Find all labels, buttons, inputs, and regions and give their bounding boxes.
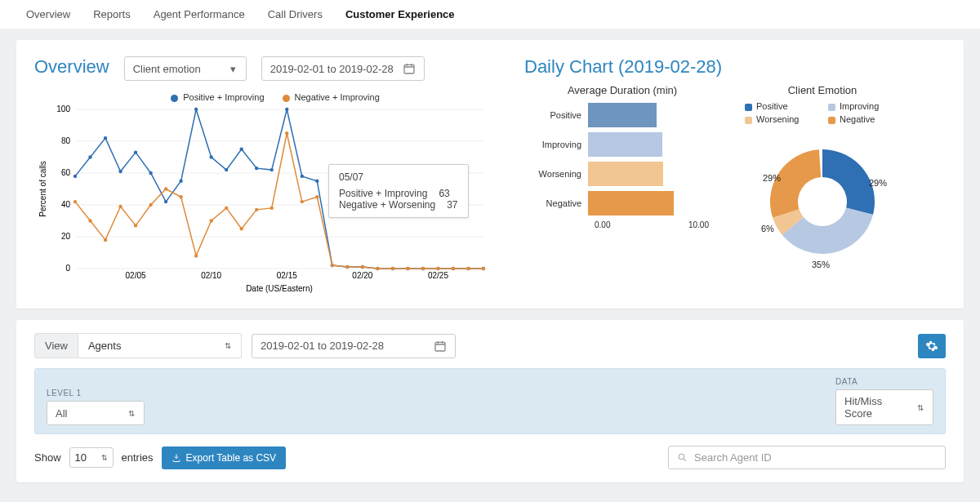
svg-point-50 (104, 238, 107, 242)
svg-point-22 (104, 136, 107, 140)
bar-chart-title: Average Duration (min) (524, 84, 720, 96)
view-select-value: Agents (88, 340, 121, 352)
overview-panel: Overview Client emotion ▾ 2019-02-01 to … (16, 40, 964, 309)
tooltip-pos-label: Positive + Improving (339, 188, 427, 199)
svg-point-67 (361, 265, 364, 269)
donut-legend-neg: Negative (840, 114, 875, 124)
level1-select[interactable]: All ⇅ (47, 401, 145, 425)
svg-text:100: 100 (56, 105, 70, 113)
table-panel: View Agents ⇅ 2019-02-01 to 2019-02-28 L… (16, 320, 964, 482)
svg-point-34 (285, 108, 288, 111)
svg-point-60 (255, 208, 258, 211)
gear-icon (925, 340, 938, 353)
entries-count-select[interactable]: 10 ⇅ (69, 447, 114, 468)
donut-pct-neg: 29% (763, 173, 781, 183)
updown-icon: ⇅ (127, 409, 136, 418)
svg-point-75 (482, 267, 485, 270)
calendar-icon (434, 340, 447, 353)
svg-point-35 (301, 175, 304, 178)
svg-point-54 (164, 187, 167, 190)
data-select[interactable]: Hit/Miss Score ⇅ (835, 389, 933, 425)
svg-text:20: 20 (61, 232, 71, 241)
tooltip-neg-val: 37 (447, 199, 457, 211)
svg-point-24 (134, 150, 137, 153)
line-chart: 02040608010002/0502/1002/1502/2002/25Dat… (34, 105, 516, 295)
bar-label: Improving (524, 140, 588, 149)
level1-label: LEVEL 1 (47, 389, 145, 398)
svg-point-26 (164, 200, 167, 203)
settings-button[interactable] (918, 334, 946, 358)
data-value: Hit/Miss Score (844, 395, 910, 420)
svg-point-69 (391, 267, 394, 270)
emotion-donut-chart: Client Emotion Positive Improving Worsen… (728, 84, 916, 271)
tab-overview[interactable]: Overview (26, 8, 70, 20)
tab-customer-experience[interactable]: Customer Experience (345, 8, 455, 20)
updown-icon: ⇅ (225, 341, 231, 350)
svg-rect-76 (435, 342, 445, 351)
view-select[interactable]: Agents ⇅ (78, 333, 242, 358)
svg-point-72 (436, 267, 439, 270)
svg-point-70 (406, 267, 409, 270)
legend-positive: Positive + Improving (183, 92, 264, 102)
svg-point-30 (225, 168, 228, 171)
download-icon (172, 453, 181, 463)
svg-point-28 (194, 108, 198, 111)
duration-bar-chart: Average Duration (min) PositiveImproving… (524, 84, 720, 229)
svg-point-23 (118, 170, 122, 173)
entries-count-value: 10 (75, 451, 87, 464)
view-label: View (34, 333, 78, 358)
search-placeholder: Search Agent ID (694, 451, 772, 464)
svg-point-32 (255, 167, 258, 170)
donut-pct-wor: 6% (761, 224, 774, 233)
overview-title: Overview (34, 56, 109, 78)
tab-call-drivers[interactable]: Call Drivers (268, 8, 323, 20)
donut-legend-imp: Improving (840, 101, 879, 111)
svg-point-65 (331, 264, 334, 267)
svg-point-77 (679, 454, 684, 460)
emotion-select[interactable]: Client emotion ▾ (124, 56, 247, 81)
svg-point-74 (466, 267, 470, 270)
bar-axis-max: 10.00 (688, 220, 709, 229)
svg-text:0: 0 (65, 264, 70, 273)
svg-point-61 (270, 207, 274, 210)
overview-daterange-value: 2019-02-01 to 2019-02-28 (270, 63, 394, 75)
svg-point-64 (315, 195, 318, 198)
top-nav: Overview Reports Agent Performance Call … (0, 0, 980, 29)
svg-point-48 (74, 200, 77, 203)
svg-text:02/25: 02/25 (428, 271, 448, 280)
svg-text:60: 60 (61, 168, 71, 177)
bar-label: Worsening (524, 169, 588, 179)
svg-point-21 (88, 155, 91, 158)
line-tooltip: 05/07 Positive + Improving63 Negative + … (328, 164, 469, 218)
tooltip-pos-val: 63 (439, 188, 449, 199)
level1-value: All (56, 407, 67, 420)
calendar-icon (403, 62, 416, 75)
search-input[interactable]: Search Agent ID (668, 446, 946, 469)
svg-text:02/05: 02/05 (126, 271, 146, 280)
overview-daterange[interactable]: 2019-02-01 to 2019-02-28 (261, 56, 425, 81)
table-daterange[interactable]: 2019-02-01 to 2019-02-28 (252, 334, 456, 358)
line-legend: Positive + Improving Negative + Improvin… (34, 92, 516, 102)
svg-text:02/20: 02/20 (352, 271, 372, 280)
emotion-select-value: Client emotion (133, 63, 201, 75)
svg-point-27 (179, 180, 182, 183)
svg-point-58 (225, 207, 228, 210)
svg-text:Percent of calls: Percent of calls (38, 161, 47, 216)
svg-point-63 (301, 200, 304, 203)
svg-text:40: 40 (61, 200, 71, 209)
svg-point-73 (452, 267, 455, 270)
svg-text:80: 80 (61, 136, 71, 145)
updown-icon: ⇅ (101, 454, 108, 462)
svg-point-57 (209, 219, 212, 222)
donut-legend-wor: Worsening (756, 114, 799, 124)
donut-pct-pos: 29% (869, 178, 887, 188)
svg-point-55 (179, 195, 182, 198)
svg-point-66 (345, 265, 349, 269)
export-csv-button[interactable]: Export Table as CSV (162, 446, 287, 469)
svg-point-49 (88, 219, 91, 222)
tab-reports[interactable]: Reports (93, 8, 131, 20)
tab-agent-performance[interactable]: Agent Performance (154, 8, 245, 20)
svg-point-51 (118, 205, 122, 208)
filter-bar: LEVEL 1 All ⇅ DATA Hit/Miss Score ⇅ (34, 368, 946, 434)
bar-axis-min: 0.00 (595, 220, 610, 229)
